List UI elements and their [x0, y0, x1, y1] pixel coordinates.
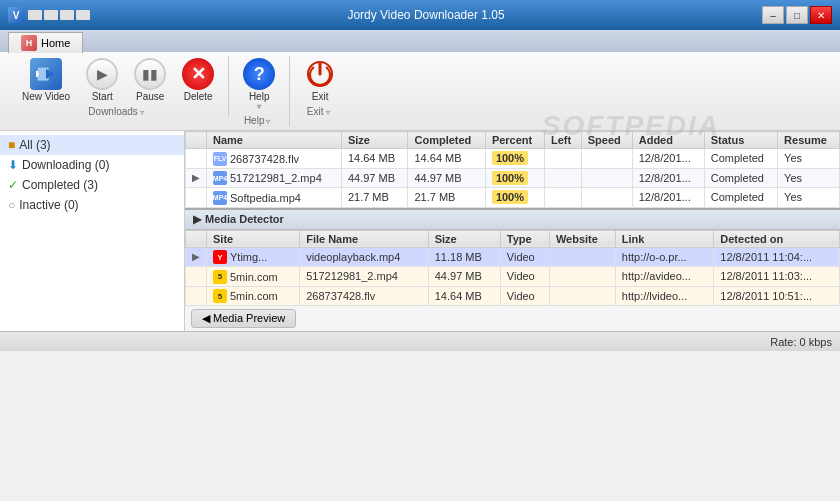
help-group-label: Help ▿: [244, 115, 275, 126]
media-preview-button[interactable]: ◀ Media Preview: [185, 306, 840, 331]
new-video-icon: [30, 58, 62, 90]
col-speed[interactable]: Speed: [581, 132, 632, 149]
pause-button[interactable]: ▮▮ Pause: [128, 56, 172, 104]
col-percent[interactable]: Percent: [485, 132, 544, 149]
sidebar-item-downloading[interactable]: ⬇ Downloading (0): [0, 155, 184, 175]
quick-btn2[interactable]: [44, 10, 58, 20]
downloads-group-arrow[interactable]: ▿: [140, 108, 148, 116]
row-percent: 100%: [485, 188, 544, 208]
col-status[interactable]: Status: [704, 132, 777, 149]
exit-button[interactable]: Exit: [298, 56, 342, 104]
exit-group-arrow[interactable]: ▿: [326, 108, 334, 116]
quick-btn1[interactable]: [28, 10, 42, 20]
md-row-size: 44.97 MB: [428, 267, 500, 287]
md-row-expand: [186, 286, 207, 306]
close-button[interactable]: ✕: [810, 6, 832, 24]
col-name[interactable]: Name: [207, 132, 342, 149]
help-icon: ?: [243, 58, 275, 90]
row-expand: ▶: [186, 168, 207, 188]
media-preview-label[interactable]: ◀ Media Preview: [191, 309, 296, 328]
sidebar-inactive-label: Inactive (0): [19, 198, 78, 212]
row-name: MP4 517212981_2.mp4: [207, 168, 342, 188]
window-title: Jordy Video Downloader 1.05: [90, 8, 762, 22]
col-left[interactable]: Left: [545, 132, 582, 149]
md-col-site[interactable]: Site: [207, 230, 300, 247]
md-row-filename: videoplayback.mp4: [300, 247, 429, 267]
col-size[interactable]: Size: [341, 132, 408, 149]
md-row-detected: 12/8/2011 10:51:...: [714, 286, 840, 306]
completed-icon: ✓: [8, 178, 18, 192]
svg-marker-1: [46, 69, 54, 79]
row-status: Completed: [704, 168, 777, 188]
help-dropdown-arrow: ▿: [257, 102, 261, 111]
delete-button[interactable]: ✕ Delete: [176, 56, 220, 104]
downloading-icon: ⬇: [8, 158, 18, 172]
md-row-site: 5 5min.com: [207, 286, 300, 306]
title-bar-left: V: [8, 7, 90, 23]
md-col-filename[interactable]: File Name: [300, 230, 429, 247]
help-label: Help: [249, 91, 270, 102]
help-group-arrow[interactable]: ▿: [266, 117, 274, 125]
md-row-size: 11.18 MB: [428, 247, 500, 267]
md-col-type[interactable]: Type: [500, 230, 549, 247]
table-row[interactable]: ▶ MP4 517212981_2.mp4 44.97 MB 44.97 MB …: [186, 168, 840, 188]
sidebar-item-completed[interactable]: ✓ Completed (3): [0, 175, 184, 195]
start-label: Start: [92, 91, 113, 102]
start-button[interactable]: ▶ Start: [80, 56, 124, 104]
exit-label: Exit: [312, 91, 329, 102]
md-col-link[interactable]: Link: [615, 230, 713, 247]
row-completed: 14.64 MB: [408, 149, 485, 169]
status-bar: Rate: 0 kbps: [0, 331, 840, 351]
exit-buttons: Exit: [298, 56, 342, 104]
row-status: Completed: [704, 188, 777, 208]
table-row[interactable]: MP4 Softpedia.mp4 21.7 MB 21.7 MB 100% 1…: [186, 188, 840, 208]
inactive-icon: ○: [8, 198, 15, 212]
row-speed: [581, 188, 632, 208]
row-resume: Yes: [778, 149, 840, 169]
new-video-button[interactable]: New Video: [16, 56, 76, 104]
col-completed[interactable]: Completed: [408, 132, 485, 149]
md-col-arrow: [186, 230, 207, 247]
ribbon-group-downloads: New Video ▶ Start ▮▮ Pause ✕ Delete Down…: [8, 56, 229, 117]
tab-home[interactable]: H Home: [8, 32, 83, 53]
sidebar-item-all[interactable]: ■ All (3): [0, 135, 184, 155]
md-col-size[interactable]: Size: [428, 230, 500, 247]
ribbon-tabs: H Home: [0, 30, 840, 52]
tab-home-label: Home: [41, 37, 70, 49]
title-bar: V Jordy Video Downloader 1.05 – □ ✕: [0, 0, 840, 30]
sidebar-all-label: All (3): [19, 138, 50, 152]
pause-icon: ▮▮: [134, 58, 166, 90]
table-row[interactable]: FLV 268737428.flv 14.64 MB 14.64 MB 100%…: [186, 149, 840, 169]
sidebar-item-inactive[interactable]: ○ Inactive (0): [0, 195, 184, 215]
row-percent: 100%: [485, 149, 544, 169]
content-area: Name Size Completed Percent Left Speed A…: [185, 131, 840, 331]
media-detector-header: ▶ Media Detector: [185, 210, 840, 230]
downloads-buttons: New Video ▶ Start ▮▮ Pause ✕ Delete: [16, 56, 220, 104]
col-resume[interactable]: Resume: [778, 132, 840, 149]
pause-label: Pause: [136, 91, 164, 102]
help-label-group: Help ▿: [249, 90, 270, 111]
help-button[interactable]: ? Help ▿: [237, 56, 281, 113]
list-item[interactable]: ▶ Y Ytimg... videoplayback.mp4 11.18 MB …: [186, 247, 840, 267]
quick-btn3[interactable]: [60, 10, 74, 20]
row-completed: 21.7 MB: [408, 188, 485, 208]
row-percent: 100%: [485, 168, 544, 188]
row-added: 12/8/201...: [632, 168, 704, 188]
row-left: [545, 188, 582, 208]
row-resume: Yes: [778, 168, 840, 188]
maximize-button[interactable]: □: [786, 6, 808, 24]
col-added[interactable]: Added: [632, 132, 704, 149]
quick-dropdown[interactable]: [76, 10, 90, 20]
downloads-table[interactable]: Name Size Completed Percent Left Speed A…: [185, 131, 840, 208]
ribbon-content: New Video ▶ Start ▮▮ Pause ✕ Delete Down…: [0, 52, 840, 131]
row-speed: [581, 149, 632, 169]
row-added: 12/8/201...: [632, 149, 704, 169]
list-item[interactable]: 5 5min.com 517212981_2.mp4 44.97 MB Vide…: [186, 267, 840, 287]
list-item[interactable]: 5 5min.com 268737428.flv 14.64 MB Video …: [186, 286, 840, 306]
sidebar-downloading-label: Downloading (0): [22, 158, 109, 172]
md-col-website[interactable]: Website: [549, 230, 615, 247]
sidebar: ■ All (3) ⬇ Downloading (0) ✓ Completed …: [0, 131, 185, 331]
md-col-detected[interactable]: Detected on: [714, 230, 840, 247]
delete-icon: ✕: [182, 58, 214, 90]
minimize-button[interactable]: –: [762, 6, 784, 24]
